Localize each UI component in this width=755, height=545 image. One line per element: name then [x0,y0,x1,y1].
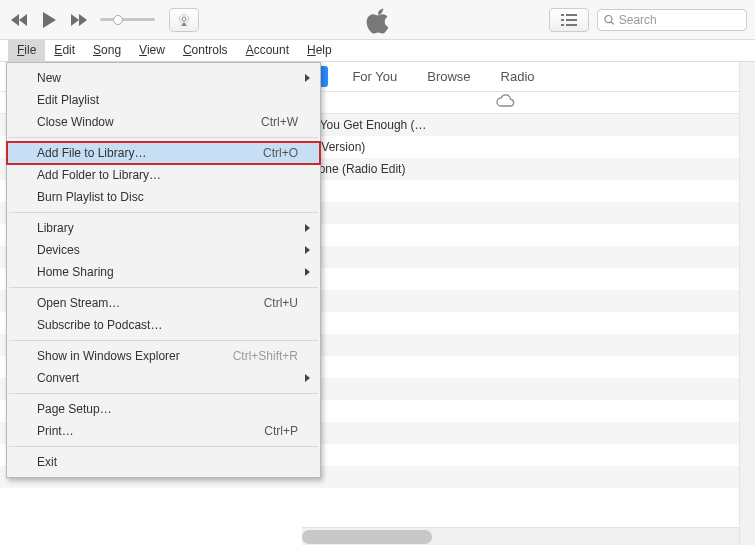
next-track-button[interactable] [68,9,90,31]
menu-item-label: Edit Playlist [37,93,99,107]
menu-item-exit[interactable]: Exit [7,451,320,473]
svg-rect-4 [561,19,564,21]
search-field[interactable] [597,9,747,31]
menu-item-shortcut: Ctrl+U [264,296,298,310]
menu-item-shortcut: Ctrl+P [264,424,298,438]
svg-line-9 [611,21,614,24]
menu-help[interactable]: Help [298,40,341,61]
menu-separator [9,137,318,138]
menu-item-devices[interactable]: Devices [7,239,320,261]
tab-for-you[interactable]: For You [346,66,403,87]
menu-item-subscribe-podcast[interactable]: Subscribe to Podcast… [7,314,320,336]
menu-item-label: Convert [37,371,79,385]
svg-rect-7 [566,24,577,26]
cloud-status-icon[interactable] [495,94,515,108]
menu-item-add-folder-to-library[interactable]: Add Folder to Library… [7,164,320,186]
svg-rect-2 [561,14,564,16]
menu-item-label: Show in Windows Explorer [37,349,180,363]
menu-controls[interactable]: Controls [174,40,237,61]
menu-song[interactable]: Song [84,40,130,61]
menu-item-label: Page Setup… [37,402,112,416]
prev-track-button[interactable] [8,9,30,31]
menu-item-print[interactable]: Print…Ctrl+P [7,420,320,442]
menu-view[interactable]: View [130,40,174,61]
volume-slider[interactable] [100,18,155,21]
menu-item-shortcut: Ctrl+W [261,115,298,129]
svg-point-8 [605,15,612,22]
horizontal-scrollbar[interactable] [302,527,753,545]
menu-item-open-stream[interactable]: Open Stream…Ctrl+U [7,292,320,314]
menu-item-label: Add File to Library… [37,146,146,160]
menu-item-label: Exit [37,455,57,469]
menu-item-close-window[interactable]: Close WindowCtrl+W [7,111,320,133]
menu-item-add-file-to-library[interactable]: Add File to Library…Ctrl+O [7,142,320,164]
airplay-button[interactable] [169,8,199,32]
menu-item-library[interactable]: Library [7,217,320,239]
menu-item-label: Home Sharing [37,265,114,279]
search-input[interactable] [619,13,740,27]
menu-item-convert[interactable]: Convert [7,367,320,389]
file-menu-dropdown: New Edit Playlist Close WindowCtrl+W Add… [6,62,321,478]
menu-item-home-sharing[interactable]: Home Sharing [7,261,320,283]
menu-item-label: Library [37,221,74,235]
menu-item-label: Devices [37,243,80,257]
svg-rect-5 [566,19,577,21]
song-row[interactable] [0,488,755,510]
menu-item-label: Burn Playlist to Disc [37,190,144,204]
menu-separator [9,212,318,213]
menu-item-burn-playlist: Burn Playlist to Disc [7,186,320,208]
menu-item-label: Close Window [37,115,114,129]
menu-separator [9,393,318,394]
menu-item-shortcut: Ctrl+Shift+R [233,349,298,363]
menu-item-label: Add Folder to Library… [37,168,161,182]
svg-rect-3 [566,14,577,16]
menu-item-label: Print… [37,424,74,438]
menu-item-label: Subscribe to Podcast… [37,318,162,332]
list-view-button[interactable] [549,8,589,32]
menu-item-edit-playlist: Edit Playlist [7,89,320,111]
menu-separator [9,287,318,288]
menu-file[interactable]: File [8,40,45,61]
menu-item-shortcut: Ctrl+O [263,146,298,160]
menu-separator [9,446,318,447]
tab-browse[interactable]: Browse [421,66,476,87]
vertical-scrollbar[interactable] [739,62,755,545]
search-icon [604,14,615,26]
svg-point-0 [182,17,186,21]
menu-item-label: New [37,71,61,85]
menu-separator [9,340,318,341]
menu-item-new[interactable]: New [7,67,320,89]
play-button[interactable] [36,7,62,33]
menu-item-show-in-explorer: Show in Windows ExplorerCtrl+Shift+R [7,345,320,367]
menu-item-label: Open Stream… [37,296,120,310]
menu-edit[interactable]: Edit [45,40,84,61]
menu-item-page-setup[interactable]: Page Setup… [7,398,320,420]
playback-bar [0,0,755,40]
menu-bar: File Edit Song View Controls Account Hel… [0,40,755,62]
tab-radio[interactable]: Radio [495,66,541,87]
apple-logo-icon [365,6,391,36]
menu-account[interactable]: Account [237,40,298,61]
svg-rect-6 [561,24,564,26]
